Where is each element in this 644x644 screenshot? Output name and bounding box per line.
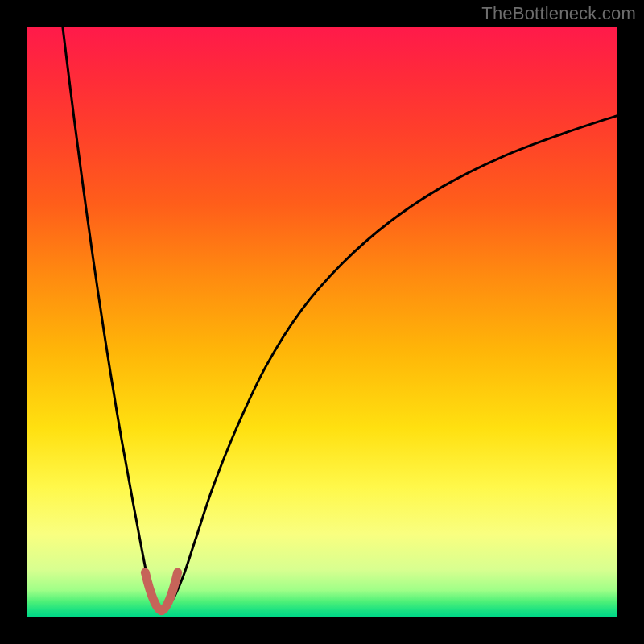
watermark-text: TheBottleneck.com bbox=[481, 3, 636, 24]
bottleneck-chart-svg bbox=[27, 27, 617, 617]
plot-area bbox=[27, 27, 617, 617]
gradient-background bbox=[27, 27, 617, 617]
chart-frame: TheBottleneck.com bbox=[0, 0, 644, 644]
